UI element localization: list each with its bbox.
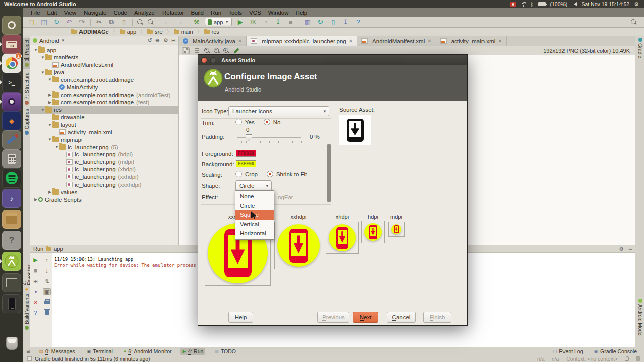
close-icon[interactable]: ✕ xyxy=(427,38,431,44)
redo-icon[interactable]: ↷ xyxy=(77,18,86,26)
volume-icon[interactable] xyxy=(572,2,577,6)
transparency-chessboard-icon[interactable] xyxy=(182,47,190,54)
grid-icon[interactable] xyxy=(193,47,201,54)
help-icon[interactable]: ? xyxy=(354,18,362,26)
back-icon[interactable]: ← xyxy=(163,18,171,26)
menu-refactor[interactable]: Refactor xyxy=(158,10,187,16)
scaling-radio-shrink-to-fit[interactable] xyxy=(267,171,273,177)
launcher-chrome-icon[interactable]: 1 xyxy=(2,54,21,73)
editor-tab-mainactivity-java[interactable]: cMainActivity.java✕ xyxy=(179,36,247,46)
tree-item-ic-launcher-png[interactable]: ic_launcher.png(mdpi) xyxy=(30,158,179,166)
find-icon[interactable] xyxy=(137,19,143,25)
session-menu-icon[interactable]: ⚙ xyxy=(634,1,639,8)
launcher-package-box-icon[interactable] xyxy=(2,210,21,229)
tree-item-layout[interactable]: ▼layout xyxy=(30,121,179,129)
settings-icon[interactable]: ⚙ xyxy=(163,37,168,44)
launcher-files-icon[interactable] xyxy=(2,35,21,54)
editor-tab-mipmap-xxxhdpi-ic-launcher-png[interactable]: mipmap-xxxhdpi/ic_launcher.png✕ xyxy=(247,36,357,46)
tool-window-button-terminal[interactable]: ▣Terminal xyxy=(85,348,115,355)
tree-expanded-icon[interactable]: ▼ xyxy=(40,108,45,112)
previous-button[interactable]: Previous xyxy=(317,312,349,323)
launcher-gimp-icon[interactable] xyxy=(2,130,21,149)
finish-button[interactable]: Finish xyxy=(423,312,451,323)
locate-icon[interactable]: ⊕ xyxy=(155,37,160,44)
tree-item-mipmap[interactable]: ▼mipmap xyxy=(30,136,179,143)
android-monitor-icon[interactable]: ▥ xyxy=(303,18,312,26)
wifi-icon[interactable] xyxy=(521,2,526,7)
tree-item-mainactivity[interactable]: cMainActivity xyxy=(30,83,179,91)
sync-icon[interactable]: ↺ xyxy=(147,37,152,44)
menu-analyze[interactable]: Analyze xyxy=(131,10,158,16)
pin-icon[interactable] xyxy=(32,288,40,295)
foreground-color-swatch[interactable]: FF0029 xyxy=(236,150,256,157)
cut-icon[interactable]: ✂ xyxy=(95,18,103,26)
next-button[interactable]: Next xyxy=(353,312,378,323)
launcher-workspace-switcher-icon[interactable] xyxy=(2,273,21,292)
help-icon[interactable]: ? xyxy=(32,309,40,316)
tool-window-button-todo[interactable]: ▥TODO xyxy=(212,348,238,355)
launcher-spotify-icon[interactable] xyxy=(2,168,21,188)
debug-icon[interactable]: Ж xyxy=(249,18,257,26)
menu-code[interactable]: Code xyxy=(110,10,131,16)
build-icon[interactable]: ⚒ xyxy=(192,18,201,26)
help-button[interactable]: Help xyxy=(228,312,253,323)
launcher-trash-icon[interactable] xyxy=(2,334,21,353)
tool-window-button-0-messages[interactable]: ▤0: Messages xyxy=(37,348,77,355)
tree-item-java[interactable]: ▼java xyxy=(30,69,179,76)
rerun-icon[interactable]: ▶ xyxy=(32,256,40,263)
tree-item-drawable[interactable]: drawable xyxy=(30,114,179,121)
color-picker-icon[interactable] xyxy=(232,47,240,54)
soft-wrap-icon[interactable]: ⇅ xyxy=(43,278,51,285)
tree-item-gradle-scripts[interactable]: ▶Gradle Scripts xyxy=(30,196,179,203)
minimize-icon[interactable] xyxy=(210,57,216,63)
tree-collapsed-icon[interactable]: ▶ xyxy=(47,93,52,97)
tree-item-ic-launcher-png[interactable]: ▼ic_launcher.png(5) xyxy=(30,143,179,151)
tool-window-button-event-log[interactable]: ▢Event Log xyxy=(551,348,585,355)
scaling-radio-crop[interactable] xyxy=(235,171,242,177)
lock-icon[interactable] xyxy=(625,358,629,361)
launcher-terminal-icon[interactable]: >_ xyxy=(2,73,21,92)
undo-icon[interactable]: ↶ xyxy=(65,18,73,26)
tool-strip-captures[interactable]: Captures xyxy=(23,108,30,136)
editor-tab-androidmanifest-xml[interactable]: AndroidManifest.xml✕ xyxy=(357,36,436,46)
tool-window-button-gradle-console[interactable]: ▣Gradle Console xyxy=(592,348,639,355)
breadcrumb-item[interactable]: src〉 xyxy=(147,28,172,35)
launcher-dash-home-icon[interactable] xyxy=(2,16,21,35)
cancel-button[interactable]: Cancel xyxy=(387,312,416,323)
bluetooth-icon[interactable]: ᛒ xyxy=(531,2,534,7)
search-everywhere-icon[interactable] xyxy=(630,19,637,25)
launcher-media-player-icon[interactable] xyxy=(2,92,21,111)
trim-radio-yes[interactable] xyxy=(235,119,242,125)
trim-radio-no[interactable] xyxy=(264,119,270,125)
close-icon[interactable]: ✕ xyxy=(32,299,40,306)
zoom-in-icon[interactable]: + xyxy=(204,47,210,54)
launcher-emulator-phone-icon[interactable] xyxy=(2,294,21,313)
tool-strip-2-favorites[interactable]: ★2: Favorites xyxy=(23,262,30,292)
menu-help[interactable]: Help xyxy=(292,10,311,16)
tree-collapsed-icon[interactable]: ▶ xyxy=(33,197,38,202)
menu-edit[interactable]: Edit xyxy=(44,10,61,16)
close-icon[interactable]: ✕ xyxy=(349,38,353,44)
screen-record-icon[interactable] xyxy=(510,2,516,7)
shape-option-square[interactable]: Square xyxy=(235,210,274,220)
tree-expanded-icon[interactable]: ▼ xyxy=(47,137,52,142)
close-icon[interactable]: ✕ xyxy=(238,38,242,44)
tree-item-com-example-root-addimage[interactable]: ▶com.example.root.addimage(test) xyxy=(30,99,179,106)
menu-file[interactable]: File xyxy=(27,10,44,16)
shape-option-none[interactable]: None xyxy=(235,192,274,201)
run-icon[interactable]: ▶ xyxy=(236,18,245,26)
tree-expanded-icon[interactable]: ▼ xyxy=(33,48,38,52)
menu-run[interactable]: Run xyxy=(207,10,225,16)
close-icon[interactable] xyxy=(201,57,207,63)
hide-panel-icon[interactable]: ━ xyxy=(629,246,632,252)
tool-strip-gradle[interactable]: Gradle xyxy=(636,38,644,64)
shape-option-vertical[interactable]: Vertical xyxy=(235,220,274,229)
copy-icon[interactable]: ⧉ xyxy=(107,18,116,26)
paste-icon[interactable]: ▯ xyxy=(120,18,128,26)
highlighting-level-icon[interactable] xyxy=(636,356,640,361)
scroll-to-end-icon[interactable]: ▣ xyxy=(43,288,51,295)
tree-item-com-example-root-addimage[interactable]: ▼com.example.root.addimage xyxy=(30,76,179,83)
clear-all-icon[interactable] xyxy=(43,309,51,316)
tool-windows-icon[interactable]: ⊞ xyxy=(26,349,30,354)
breadcrumb-item[interactable]: res xyxy=(204,29,219,35)
